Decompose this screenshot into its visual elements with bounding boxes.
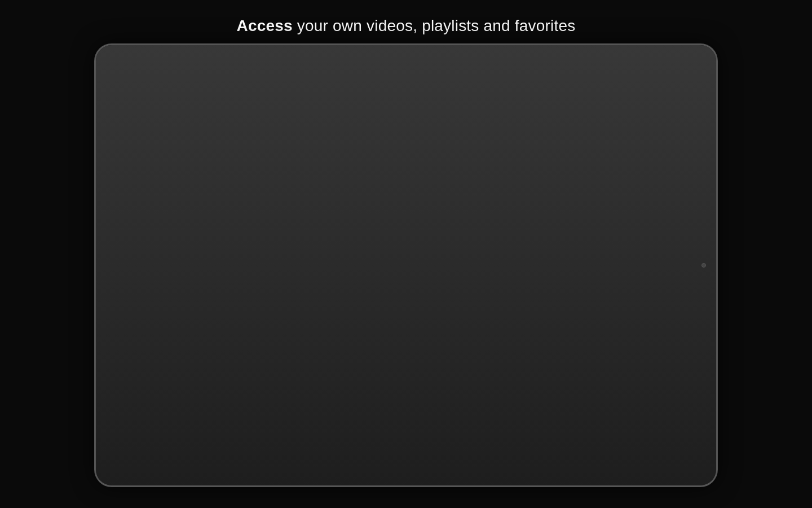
video-badge-4: HD — [523, 317, 536, 325]
video-badge-3: HD — [380, 317, 393, 325]
tab-movies[interactable]: MOVIES — [313, 104, 355, 126]
tab-music[interactable]: MUSIC — [398, 104, 435, 126]
video-badge-1: HD — [523, 195, 536, 203]
svg-point-19 — [570, 266, 588, 284]
svg-point-6 — [320, 160, 327, 167]
page-wrapper: Access your own videos, playlists and fa… — [0, 0, 812, 508]
songs-overlay: Songs — [660, 318, 679, 325]
chevron-down-icon: ▼ — [238, 248, 245, 256]
channel-item-pakistan[interactable]: ★ Pakistan Idol Show — [124, 362, 254, 393]
video-meta-1: 76,870 views • 4 weeks ago — [408, 230, 533, 237]
tablet-device: 📶 🔋 5:03 Dailymotion 🔍 ⋮ — [96, 45, 716, 485]
channel-selected-indicator — [249, 341, 254, 351]
tablet-screen: 📶 🔋 5:03 Dailymotion 🔍 ⋮ — [124, 67, 688, 464]
content-area: STAFF PICKS MOVIES GAMING MUSIC FUNNY TV… — [254, 104, 688, 464]
video-duration-1: 1:12 — [405, 194, 422, 203]
tab-geek-out[interactable]: GEEK OUT — [497, 104, 548, 126]
tabs-bar: STAFF PICKS MOVIES GAMING MUSIC FUNNY TV… — [254, 104, 688, 127]
page-headline: Access your own videos, playlists and fa… — [237, 17, 576, 35]
channel-item-overdrive[interactable]: ◯ Overdrive Infinity — [124, 330, 254, 362]
video-thumbnail-4: 1:00 HD — [402, 255, 539, 329]
svg-point-12 — [420, 269, 443, 292]
video-card-0[interactable]: 2:26 HD What Your Favorite Cocktail Says… — [259, 133, 396, 249]
video-meta-5: 963 views — [551, 353, 677, 359]
video-duration-2: 1:45 — [549, 194, 565, 203]
video-channel-0: BuzzFeedVideo — [265, 230, 391, 237]
channel-name: Overdrive Infinity — [158, 342, 209, 350]
battery-icon: 🔋 — [660, 69, 668, 77]
video-channel-5: WatchMojo — [551, 344, 677, 351]
nav-item-synced-videos[interactable]: Synced videos — [124, 192, 254, 216]
user-handle: RomainCointepas — [161, 125, 226, 132]
channel-thumb-romantic: ❤ — [130, 398, 152, 421]
video-channel-4: FOX Sports — [408, 353, 533, 360]
tab-motionmaker[interactable]: MOTIONMAKER — [591, 104, 657, 126]
more-options-icon[interactable]: ⋮ — [671, 85, 681, 98]
status-time: 5:03 — [672, 69, 683, 76]
svg-text:👤: 👤 — [135, 115, 151, 130]
following-label: FOLLOWING — [133, 319, 176, 326]
video-info-2: 5 Fake Foods You've Been Eating MotherLO… — [545, 206, 682, 241]
video-info-3: LIVE : EVERY FRIDAY 8 PM CET- OVERDRIVE … — [259, 329, 396, 372]
channel-name: Pakistan Idol Show — [158, 374, 215, 382]
video-thumbnail-1: 👤 1:12 HD — [402, 133, 539, 206]
video-card-4[interactable]: 1:00 HD Kids reenact Richard Sherman's p… — [402, 255, 539, 372]
video-duration-5: 11:29 — [549, 317, 568, 325]
svg-point-14 — [501, 272, 521, 292]
search-icon[interactable]: 🔍 — [650, 85, 662, 98]
user-info: Romain Cointepas RomainCointepas — [161, 117, 226, 132]
user-profile[interactable]: 👤 Romain Cointepas RomainCointepas — [124, 104, 254, 145]
food-label: Point of Fusion — [550, 137, 587, 143]
video-meta-0: 1,203 views • 3 days ago — [265, 239, 391, 245]
video-title-2: 5 Fake Foods You've Been Eating — [551, 211, 677, 220]
video-card-3[interactable]: OVERDRIVEINFINITY — [259, 255, 396, 372]
video-title-3: LIVE : EVERY FRIDAY 8 PM CET- OVERDRIVE … — [265, 333, 391, 351]
svg-point-23 — [639, 266, 656, 283]
nav-item-playlists[interactable]: Playlists ▼ — [124, 240, 254, 264]
app-logo: Dailymotion — [131, 85, 191, 98]
video-info-0: What Your Favorite Cocktail Says About Y… — [259, 206, 396, 249]
video-card-5[interactable]: Songs PLAY ▶ 11:29 Top 10 Nirvana Songs … — [545, 255, 682, 372]
video-badge-2: HD — [666, 195, 679, 203]
nav-item-my-videos[interactable]: My videos — [124, 264, 254, 287]
video-channel-3: Overdrive Infinity — [265, 353, 391, 360]
video-info-1: Most Disappointing Albums Of 2013 revnew… — [402, 206, 539, 241]
video-meta-4: 1,645 views • 23 hours ago — [408, 361, 533, 367]
video-duration-3: 0:08 — [263, 317, 279, 325]
avatar: 👤 — [131, 112, 156, 137]
video-thumbnail-3: OVERDRIVEINFINITY — [259, 255, 396, 329]
channel-item-romantic[interactable]: ❤ romanticencounters — [124, 393, 254, 425]
video-info-4: Kids reenact Richard Sherman's postgame … — [402, 329, 539, 372]
status-bar: 📶 🔋 5:03 — [124, 67, 688, 79]
video-card-1[interactable]: 👤 1:12 HD Most Disappointing Albums Of 2… — [402, 133, 539, 249]
nav-item-history[interactable]: History — [124, 287, 254, 311]
channel-name: romanticencounters — [158, 405, 217, 413]
channel-thumb-pakistan: ★ — [130, 366, 152, 389]
svg-point-5 — [320, 184, 337, 189]
video-title-1: Most Disappointing Albums Of 2013 — [408, 211, 533, 220]
video-title-4: Kids reenact Richard Sherman's postgame … — [408, 333, 533, 351]
svg-rect-16 — [454, 303, 467, 306]
app-header: Dailymotion 🔍 ⋮ — [124, 79, 688, 104]
video-card-2[interactable]: Point of Fusion 1:45 — [545, 133, 682, 249]
tab-tv[interactable]: TV — [473, 104, 497, 126]
video-meta-2: 494 views • 4 weeks ago — [551, 230, 677, 237]
tab-staff-picks[interactable]: STAFF PICKS — [254, 104, 313, 126]
tablet-camera — [701, 263, 706, 268]
nav-item-home[interactable]: Home — [124, 145, 254, 169]
video-title-5: Top 10 Nirvana Songs — [551, 333, 677, 342]
video-thumbnail-5: Songs PLAY ▶ 11:29 — [545, 255, 682, 329]
nav-item-favorites[interactable]: Favorites — [124, 216, 254, 240]
video-thumbnail-2: Point of Fusion 1:45 — [545, 133, 682, 206]
video-badge-0: HD — [380, 195, 393, 203]
svg-point-21 — [604, 261, 623, 280]
header-actions: 🔍 ⋮ — [650, 85, 681, 98]
nav-item-newsfeed[interactable]: Newsfeed — [124, 169, 254, 192]
svg-marker-4 — [317, 152, 339, 186]
tab-funny[interactable]: FUNNY — [435, 104, 473, 126]
play-overlay: PLAY ▶ — [636, 318, 657, 325]
sidebar: 👤 Romain Cointepas RomainCointepas Home — [124, 104, 254, 464]
tab-gaming[interactable]: GAMING — [355, 104, 398, 126]
app-container: Dailymotion 🔍 ⋮ — [124, 79, 688, 464]
tab-sports[interactable]: SPORTS — [548, 104, 591, 126]
